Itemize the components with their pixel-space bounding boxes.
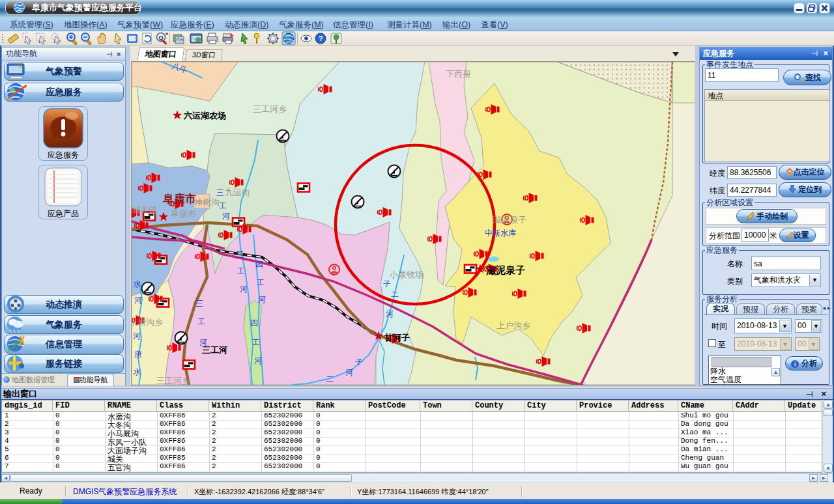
svg-text:三: 三 (216, 188, 224, 197)
svg-text:上户沟乡: 上户沟乡 (496, 320, 530, 330)
svg-text:河: 河 (254, 356, 262, 365)
svg-text:城关镇: 城关镇 (132, 205, 157, 215)
svg-text:河: 河 (133, 331, 141, 341)
svg-text:河: 河 (258, 295, 266, 304)
svg-text:神树沟: 神树沟 (194, 197, 220, 207)
svg-text:小泉牧场: 小泉牧场 (389, 270, 424, 279)
svg-text:水: 水 (133, 279, 141, 288)
svg-text:河: 河 (386, 309, 394, 318)
svg-text:阜康市: 阜康市 (162, 192, 196, 205)
svg-text:六运湖农场: 六运湖农场 (183, 111, 226, 120)
svg-text:Q: Q (159, 35, 164, 41)
svg-text:下西泉: 下西泉 (446, 69, 471, 79)
svg-text:河: 河 (240, 285, 248, 294)
svg-text:三: 三 (195, 299, 203, 308)
svg-text:工: 工 (219, 201, 227, 210)
svg-text:三: 三 (236, 250, 244, 259)
svg-text:河: 河 (134, 296, 142, 305)
svg-text:水: 水 (133, 367, 141, 376)
svg-text:子: 子 (355, 357, 363, 367)
svg-text:子: 子 (383, 279, 391, 288)
svg-text:三工河乡: 三工河乡 (253, 104, 287, 114)
svg-text:二: 二 (391, 290, 399, 299)
svg-text:河: 河 (222, 212, 230, 221)
svg-text:工: 工 (237, 266, 245, 275)
svg-text:九运街: 九运街 (225, 188, 250, 197)
svg-text:工: 工 (197, 317, 205, 326)
svg-text:三工河乡: 三工河乡 (156, 376, 190, 385)
svg-text:滋泥泉子: 滋泥泉子 (493, 215, 526, 225)
svg-text:中新水库: 中新水库 (485, 229, 516, 238)
svg-text:甘河子: 甘河子 (384, 333, 410, 343)
svg-text:河: 河 (199, 338, 207, 347)
svg-text:唐: 唐 (134, 350, 142, 359)
svg-text:阜康市: 阜康市 (171, 209, 196, 219)
svg-text:水磨沟乡: 水磨沟乡 (132, 317, 163, 327)
svg-text:工: 工 (252, 338, 260, 347)
svg-text:二: 二 (326, 374, 334, 384)
svg-text:四: 四 (250, 318, 258, 328)
svg-text:?: ? (319, 35, 323, 42)
svg-text:工: 工 (257, 278, 265, 287)
svg-text:四: 四 (255, 260, 263, 269)
svg-text:河: 河 (345, 368, 353, 377)
svg-text:滋泥泉子: 滋泥泉子 (485, 264, 525, 275)
